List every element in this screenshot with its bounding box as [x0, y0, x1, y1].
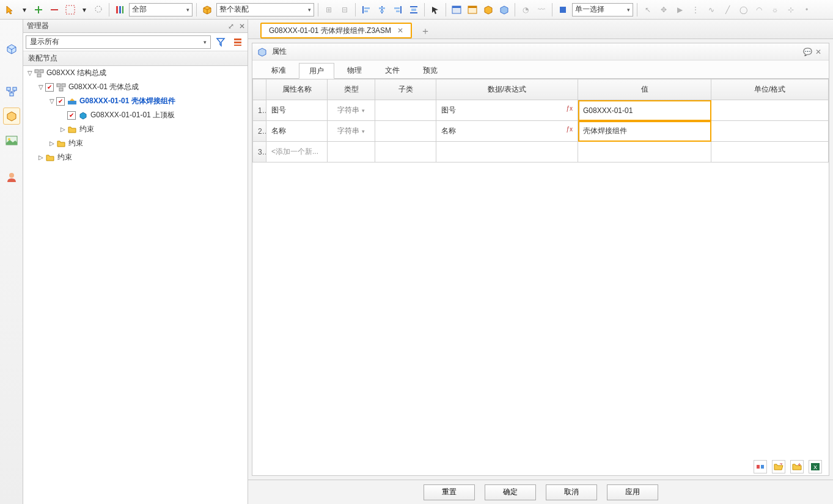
path-icon[interactable]: 〰 [535, 3, 548, 16]
grid-select-drop[interactable]: ▾ [78, 5, 90, 14]
strip-cube-icon[interactable] [3, 40, 20, 57]
draw-anchor-icon[interactable]: ⋮ [689, 3, 702, 16]
cell-unit[interactable] [711, 142, 829, 163]
stop-icon[interactable] [556, 3, 570, 16]
checkbox[interactable] [45, 83, 54, 92]
chevron-right-icon[interactable]: ▷ [59, 126, 67, 133]
footer-excel-icon[interactable]: X [809, 460, 822, 473]
tab-preview[interactable]: 预览 [413, 62, 448, 78]
footer-save-icon[interactable] [790, 460, 804, 473]
grid-row[interactable]: 2 名称 字符串 ▾ 名称ƒx 壳体焊接组件 [253, 121, 829, 142]
cell-type[interactable]: 字符串 ▾ [328, 121, 375, 142]
strip-tree-icon[interactable] [3, 83, 20, 100]
align-left-icon[interactable] [359, 3, 373, 16]
cell-type[interactable]: 字符串 ▾ [328, 100, 375, 121]
cell-unit[interactable] [711, 100, 829, 121]
panel-close-icon[interactable]: ✕ [813, 48, 824, 56]
manager-pin-icon[interactable]: ⤢ [226, 22, 237, 31]
strip-image-icon[interactable] [3, 132, 20, 149]
clock-icon[interactable]: ◔ [519, 3, 532, 16]
select-mode-combo[interactable]: 单一选择▾ [572, 3, 633, 16]
tree-node-constraint[interactable]: ▷ 约束 [23, 136, 248, 150]
property-grid[interactable]: 属性名称 类型 子类 数据/表达式 值 单位/格式 1 图号 字符串 ▾ 图号ƒ… [252, 79, 829, 163]
tab-standard[interactable]: 标准 [261, 62, 296, 78]
col-value[interactable]: 值 [578, 79, 711, 100]
tree-node-root[interactable]: ▽ G08XXX 结构总成 [23, 66, 248, 80]
box3d2-icon[interactable] [497, 3, 511, 16]
chevron-right-icon[interactable]: ▷ [48, 140, 56, 147]
manager-close-icon[interactable]: ✕ [237, 22, 248, 31]
draw-axis-icon[interactable]: ⊹ [784, 3, 798, 16]
footer-open-icon[interactable] [772, 460, 785, 473]
cell-expr[interactable]: 图号ƒx [436, 100, 578, 121]
checkbox[interactable] [67, 111, 76, 120]
apply-button[interactable]: 应用 [607, 484, 658, 500]
cell-value[interactable]: G08XXX-01-01 [578, 100, 711, 121]
cell-expr[interactable] [436, 142, 578, 163]
cell-expr[interactable]: 名称ƒx [436, 121, 578, 142]
cursor-icon[interactable] [4, 3, 17, 16]
align-right-icon[interactable] [391, 3, 405, 16]
cell-value[interactable]: 壳体焊接组件 [578, 121, 711, 142]
remove-icon[interactable] [48, 3, 61, 16]
col-sub[interactable]: 子类 [375, 79, 436, 100]
cell-sub[interactable] [375, 100, 436, 121]
tree-node-part[interactable]: G08XXX-01-01-01 上顶板 [23, 108, 248, 122]
footer-link-icon[interactable] [754, 460, 767, 473]
manager-display-combo[interactable]: 显示所有▾ [26, 35, 211, 49]
col-name[interactable]: 属性名称 [266, 79, 328, 100]
tab-physics[interactable]: 物理 [337, 62, 372, 78]
draw-circle-icon[interactable]: ◯ [736, 3, 750, 16]
align-center-icon[interactable] [375, 3, 389, 16]
manager-funnel-icon[interactable] [213, 35, 228, 49]
strip-package-icon[interactable] [3, 108, 20, 125]
cell-unit[interactable] [711, 121, 829, 142]
cursor-drop-icon[interactable]: ▾ [18, 5, 31, 14]
file-tab-active[interactable]: G08XXX-01-01 壳体焊接组件.Z3ASM ✕ [260, 23, 412, 38]
draw-move-icon[interactable]: ✥ [657, 3, 670, 16]
add-tab-icon[interactable]: ＋ [418, 24, 433, 38]
align-dist-icon[interactable] [407, 3, 420, 16]
add-icon[interactable] [32, 3, 45, 16]
draw-arc-icon[interactable]: ◠ [752, 3, 766, 16]
comment-icon[interactable]: 💬 [802, 48, 813, 56]
cell-type[interactable] [328, 142, 375, 163]
cancel-button[interactable]: 取消 [546, 484, 597, 500]
chevron-down-icon[interactable]: ▽ [37, 84, 45, 90]
ok-button[interactable]: 确定 [485, 484, 536, 500]
col-expr[interactable]: 数据/表达式 [436, 79, 578, 100]
filter-combo[interactable]: 全部▾ [129, 3, 193, 16]
draw-line-icon[interactable]: ╱ [721, 3, 734, 16]
draw-sun-icon[interactable]: ☼ [768, 3, 782, 16]
close-icon[interactable]: ✕ [397, 26, 403, 35]
assembly-tree[interactable]: ▽ G08XXX 结构总成 ▽ G08XXX-01 壳体总成 ▽ G08XXX-… [23, 66, 248, 504]
checkbox[interactable] [56, 97, 65, 106]
chevron-right-icon[interactable]: ▷ [37, 154, 45, 161]
lasso-icon[interactable] [92, 3, 105, 16]
tab-file[interactable]: 文件 [375, 62, 410, 78]
pointer-icon[interactable] [428, 3, 442, 16]
tree-node-sub1[interactable]: ▽ G08XXX-01 壳体总成 [23, 80, 248, 94]
draw-play-icon[interactable]: ▶ [673, 3, 686, 16]
cell-name[interactable]: 图号 [266, 100, 328, 121]
columns-icon[interactable] [113, 3, 127, 16]
manager-list-icon[interactable] [230, 35, 245, 49]
grid-select-icon[interactable] [64, 3, 77, 16]
draw-spline-icon[interactable]: ∿ [705, 3, 718, 16]
cell-sub[interactable] [375, 121, 436, 142]
tool-a-icon[interactable]: ⊞ [322, 3, 336, 16]
draw-point-icon[interactable]: • [800, 3, 813, 16]
chevron-down-icon[interactable]: ▽ [26, 70, 34, 76]
cell-sub[interactable] [375, 142, 436, 163]
tab-user[interactable]: 用户 [299, 63, 334, 79]
draw-pointer-icon[interactable]: ↖ [641, 3, 655, 16]
tree-node-constraint[interactable]: ▷ 约束 [23, 150, 248, 164]
cell-name[interactable]: 名称 [266, 121, 328, 142]
col-type[interactable]: 类型 [328, 79, 375, 100]
tree-node-constraint[interactable]: ▷ 约束 [23, 122, 248, 136]
grid-row[interactable]: 1 图号 字符串 ▾ 图号ƒx G08XXX-01-01 [253, 100, 829, 121]
box3d-icon[interactable] [482, 3, 495, 16]
chevron-down-icon[interactable]: ▽ [48, 98, 56, 104]
win-a-icon[interactable] [450, 3, 463, 16]
formula-icon[interactable]: ƒx [566, 126, 573, 133]
